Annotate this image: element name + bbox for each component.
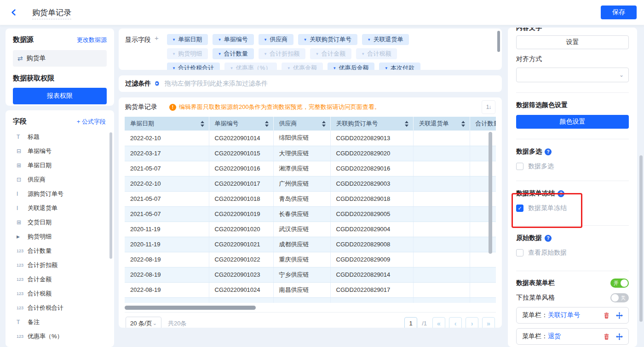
field-item[interactable]: ⊡供应商 (13, 172, 109, 187)
move-icon[interactable] (616, 312, 623, 319)
column-header[interactable]: 合计数量 (470, 117, 496, 131)
sort-arrows-icon[interactable] (265, 121, 269, 127)
display-field-chip[interactable]: ▾单据日期 (167, 34, 208, 45)
filter-dropzone-placeholder[interactable]: 拖动左侧字段到此处来添加过滤条件 (165, 80, 268, 88)
next-page-button[interactable]: › (466, 317, 478, 328)
table-row[interactable]: 2021-05-07CG20220901018青岛供应链CGDD20220829… (125, 191, 496, 206)
add-formula-field-link[interactable]: + 公式字段 (77, 118, 106, 126)
menubar-item-link[interactable]: 关联订单号 (548, 311, 580, 319)
checkbox-unchecked[interactable] (516, 163, 523, 170)
checkbox-checked[interactable]: ✓ (516, 205, 523, 212)
field-item[interactable]: 123合计价税合计 (13, 301, 109, 315)
table-row[interactable]: 2021-05-07CG20220901019长春供应链CGDD20220829… (125, 206, 496, 222)
field-item[interactable]: T备注 (13, 315, 109, 329)
column-header[interactable]: 单据编号 (209, 117, 273, 131)
display-field-chip[interactable]: ▾优惠后金额 (328, 63, 375, 70)
display-field-chip[interactable]: ▾优惠率（%） (224, 63, 277, 70)
table-row[interactable]: 2020-11-19CG20220901021成都供应链CGDD20220829… (125, 237, 496, 252)
last-page-button[interactable]: » (482, 317, 495, 328)
horizontal-scrollbar[interactable] (125, 306, 256, 310)
first-page-button[interactable]: « (432, 317, 445, 328)
add-display-field-button[interactable]: + (155, 34, 159, 66)
table-row[interactable]: 2022-02-10CG20220901017广州供应链CGDD20220829… (125, 176, 496, 191)
table-row[interactable]: 2020-11-19CG20220901020武汉供应链CGDD20220829… (125, 222, 496, 237)
display-field-chip[interactable]: ▾合计税额 (356, 48, 397, 59)
table-vertical-scrollbar[interactable] (489, 132, 492, 254)
display-field-chip[interactable]: ▾供应商 (259, 34, 294, 45)
field-item[interactable]: ⊟单据编号 (13, 144, 109, 158)
display-field-chip[interactable]: ▾合计金额 (310, 48, 351, 59)
table-row[interactable]: 2022-03-17CG20220901015大理供应链CGDD20220829… (125, 146, 496, 161)
table-menubar-toggle-on[interactable]: 开 (610, 279, 629, 288)
report-permission-button[interactable]: 报表权限 (13, 88, 107, 104)
sort-arrows-icon[interactable] (405, 121, 408, 127)
dropdown-style-toggle-off[interactable]: 关 (610, 293, 629, 302)
display-fields-scrollbar[interactable] (497, 31, 500, 52)
column-header[interactable]: 供应商 (273, 117, 330, 131)
column-header[interactable]: 关联购货订单号 (330, 117, 413, 131)
table-row[interactable]: 2022-08-19CG20220901023宁乡供应链CGDD20220829… (125, 267, 496, 282)
menubar-item[interactable]: 菜单栏：退货 (516, 328, 629, 345)
field-item[interactable]: I源购货订单号 (13, 187, 109, 201)
display-field-chip[interactable]: ▾合计折扣额 (259, 48, 306, 59)
page-size-select[interactable]: 20 条/页 ⌄ (126, 317, 161, 328)
table-row[interactable]: 2021-05-07CG20220901016湘潭供应链CGDD20220829… (125, 161, 496, 176)
page-number-input[interactable] (404, 317, 417, 328)
field-item[interactable]: 123合计数量 (13, 244, 109, 258)
column-header[interactable]: 关联退货单 (413, 117, 470, 131)
fields-scrollbar[interactable] (109, 132, 112, 259)
table-row[interactable]: 2022-08-19CG20220901024南昌供应链CGDD20220829… (125, 282, 496, 297)
chip-label: 优惠金额 (293, 64, 317, 70)
display-field-chip[interactable]: ▾购货明细 (167, 48, 208, 59)
menubar-item-link[interactable]: 退货 (548, 332, 561, 341)
field-item[interactable]: ⊞交货日期 (13, 215, 109, 229)
multi-select-checkbox-row[interactable]: 数据多选 (516, 162, 629, 171)
trash-icon[interactable] (603, 333, 610, 340)
chevron-down-icon: ▾ (362, 51, 364, 56)
field-item[interactable]: 123合计折扣额 (13, 258, 109, 272)
field-item[interactable]: 123优惠率（%） (13, 329, 109, 343)
display-field-chip[interactable]: ▾优惠金额 (282, 63, 323, 70)
sort-order-button[interactable]: 1↓ (482, 100, 495, 114)
field-item[interactable]: ⊞单据日期 (13, 158, 109, 172)
table-row[interactable]: 2022-08-19CG20220901022重庆供应链CGDD20220829… (125, 252, 496, 267)
display-field-chip[interactable]: ▾关联退货单 (362, 34, 409, 45)
help-icon[interactable]: ? (558, 190, 564, 197)
content-set-button[interactable]: 设置 (516, 35, 629, 49)
table-row[interactable]: 2022-02-10CG20220901014绵阳供应链CGDD20220829… (125, 131, 496, 146)
trash-icon[interactable] (603, 312, 610, 319)
menu-freeze-checkbox-row[interactable]: ✓ 数据菜单冻结 (516, 204, 629, 212)
field-item[interactable]: 123合计金额 (13, 272, 109, 286)
display-field-chip[interactable]: ▾关联购货订单号 (298, 34, 357, 45)
table-cell: CG20220901014 (209, 131, 273, 146)
display-field-chip[interactable]: ▾合计数量 (213, 48, 254, 59)
column-header[interactable]: 单据日期 (125, 117, 209, 131)
field-item[interactable]: T标题 (13, 130, 109, 144)
field-item[interactable]: ▶购货明细 (13, 229, 109, 244)
back-button[interactable] (7, 6, 20, 19)
datasource-item[interactable]: ⇄ 购货单 (13, 50, 107, 67)
sort-arrows-icon[interactable] (201, 121, 204, 127)
raw-data-checkbox-row[interactable]: 查看原始数据 (516, 249, 629, 257)
fields-panel: 字段 + 公式字段 T标题⊟单据编号⊞单据日期⊡供应商I源购货订单号I关联退货单… (6, 110, 114, 347)
sort-arrows-icon[interactable] (461, 121, 465, 127)
display-field-chip[interactable]: ▾本次付款 (379, 63, 420, 70)
sort-arrows-icon[interactable] (322, 121, 326, 127)
display-field-chip[interactable]: ▾单据编号 (213, 34, 254, 45)
help-icon[interactable]: ? (545, 235, 552, 242)
display-field-chip[interactable]: ▾合计价税合计 (167, 63, 220, 70)
window-scrollbar[interactable] (639, 155, 643, 322)
field-item[interactable]: 123合计税额 (13, 286, 109, 301)
change-datasource-link[interactable]: 更改数据源 (77, 36, 107, 44)
align-select[interactable]: ⌄ (516, 68, 629, 82)
move-icon[interactable] (616, 333, 623, 340)
save-button[interactable]: 保存 (601, 6, 637, 19)
prev-page-button[interactable]: ‹ (449, 317, 462, 328)
field-item[interactable]: I关联退货单 (13, 201, 109, 215)
page-title[interactable]: 购货单记录 (32, 8, 71, 19)
help-icon[interactable]: ? (545, 148, 552, 155)
checkbox-unchecked[interactable] (516, 249, 523, 256)
menubar-item[interactable]: 菜单栏：关联订单号 (516, 307, 629, 324)
gear-icon[interactable] (154, 80, 160, 87)
color-set-button[interactable]: 颜色设置 (516, 115, 629, 129)
